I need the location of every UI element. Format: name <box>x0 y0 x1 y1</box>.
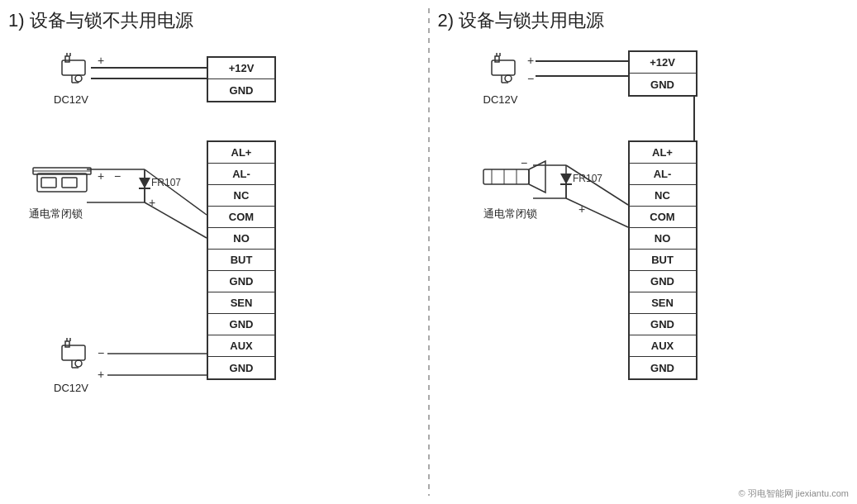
svg-point-2 <box>75 75 82 82</box>
svg-marker-64 <box>560 174 572 184</box>
svg-text:FR107: FR107 <box>151 177 181 188</box>
svg-text:+: + <box>578 202 585 216</box>
svg-rect-15 <box>62 178 77 188</box>
svg-rect-14 <box>41 178 56 188</box>
terminal-sen: SEN <box>208 292 274 314</box>
svg-text:FR107: FR107 <box>573 173 602 184</box>
dc12v-bottom-label-1: DC12V <box>54 382 88 394</box>
power-box-2: +12V GND <box>628 50 698 97</box>
svg-point-44 <box>505 75 512 82</box>
svg-rect-42 <box>492 60 515 75</box>
terminal-al-plus: AL+ <box>208 142 274 164</box>
terminal-com: COM <box>208 207 274 228</box>
svg-line-69 <box>566 165 628 205</box>
terminal-box-1: AL+ AL- NC COM NO BUT GND SEN GND AUX GN… <box>207 140 276 380</box>
section-divider <box>428 8 430 496</box>
svg-text:+: + <box>98 54 104 67</box>
svg-text:−: − <box>521 156 527 169</box>
terminal-gnd3: GND <box>208 357 274 378</box>
terminal2-gnd1: GND <box>630 271 696 292</box>
svg-marker-21 <box>139 178 150 188</box>
terminal2-aux: AUX <box>630 335 696 357</box>
svg-text:+: + <box>149 196 155 209</box>
svg-rect-43 <box>495 56 499 62</box>
power-row-12v-2: +12V <box>630 52 696 74</box>
svg-line-70 <box>566 198 628 227</box>
terminal-nc: NC <box>208 185 274 207</box>
terminal2-gnd2: GND <box>630 314 696 335</box>
svg-rect-13 <box>37 174 87 192</box>
lock-label-1: 通电常闭锁 <box>29 207 83 221</box>
svg-text:−: − <box>98 346 104 359</box>
lock-label-2: 通电常闭锁 <box>483 207 537 221</box>
svg-text:+: + <box>527 54 534 67</box>
terminal-no: NO <box>208 228 274 250</box>
terminal-al-minus: AL- <box>208 164 274 185</box>
svg-point-33 <box>75 360 82 367</box>
diagram-section-1: 1) 设备与锁不共用电源 <box>8 8 420 496</box>
svg-marker-57 <box>529 161 545 193</box>
power-row-gnd-2: GND <box>630 74 696 95</box>
terminal-gnd1: GND <box>208 271 274 292</box>
terminal-gnd2: GND <box>208 314 274 335</box>
terminal2-but: BUT <box>630 250 696 271</box>
terminal2-no: NO <box>630 228 696 250</box>
terminal-but: BUT <box>208 250 274 271</box>
svg-text:+: + <box>98 169 104 183</box>
svg-rect-16 <box>33 168 91 174</box>
terminal-aux: AUX <box>208 335 274 357</box>
svg-rect-56 <box>483 169 529 184</box>
watermark: © 羽电智能网 jiexiantu.com <box>739 487 849 500</box>
terminal-box-2: AL+ AL- NC COM NO BUT GND SEN GND AUX GN… <box>628 140 698 380</box>
terminal2-gnd3: GND <box>630 357 696 378</box>
terminal2-al-minus: AL- <box>630 164 696 185</box>
diagram-section-2: 2) 设备与锁共用电源 + − <box>438 8 850 496</box>
svg-rect-31 <box>62 345 85 360</box>
svg-text:−: − <box>527 72 534 85</box>
dc12v-top-label-1: DC12V <box>54 93 88 106</box>
title-2: 2) 设备与锁共用电源 <box>438 8 850 33</box>
terminal2-nc: NC <box>630 185 696 207</box>
dc12v-top-label-2: DC12V <box>483 93 518 106</box>
terminal2-sen: SEN <box>630 292 696 314</box>
terminal2-com: COM <box>630 207 696 228</box>
svg-text:−: − <box>114 169 121 183</box>
svg-rect-1 <box>65 56 69 62</box>
svg-text:+: + <box>98 368 104 381</box>
svg-line-29 <box>145 202 207 238</box>
power-row-12v: +12V <box>208 58 274 79</box>
svg-rect-0 <box>62 60 85 75</box>
svg-text:−: − <box>98 72 104 85</box>
svg-rect-32 <box>65 341 69 347</box>
svg-line-28 <box>145 169 207 215</box>
terminal2-al-plus: AL+ <box>630 142 696 164</box>
power-row-gnd: GND <box>208 79 274 101</box>
power-box-1: +12V GND <box>207 56 276 102</box>
main-container: 1) 设备与锁不共用电源 <box>0 0 857 504</box>
title-1: 1) 设备与锁不共用电源 <box>8 8 420 33</box>
